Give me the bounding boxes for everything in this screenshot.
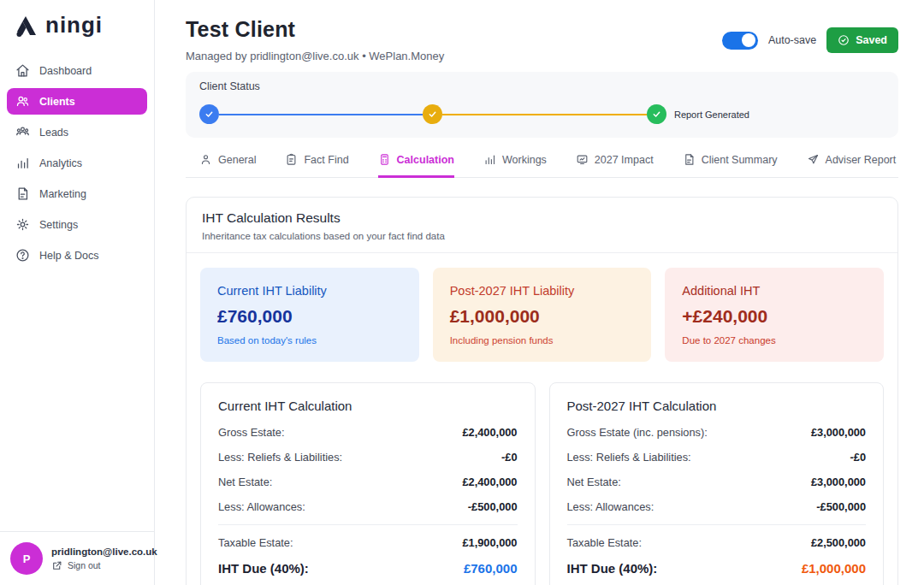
home-icon <box>15 63 30 78</box>
status-final-label: Report Generated <box>674 109 749 120</box>
row-value: £2,400,000 <box>462 426 517 439</box>
row-label: IHT Due (40%): <box>218 561 309 576</box>
people-group-icon <box>15 125 30 139</box>
table-row: Less: Reliefs & Liabilities: -£0 <box>218 445 518 470</box>
autosave-toggle[interactable] <box>722 32 758 50</box>
row-value: £1,000,000 <box>802 561 866 576</box>
table-row-iht-due: IHT Due (40%): £760,000 <box>218 555 518 582</box>
row-label: Net Estate: <box>218 476 272 488</box>
sign-out-button[interactable]: Sign out <box>51 560 157 571</box>
tab-label: General <box>218 154 256 166</box>
row-value: £760,000 <box>464 561 518 576</box>
sidebar-nav: Dashboard Clients Leads Analytics <box>0 52 154 274</box>
client-status-panel: Client Status Report Generated <box>186 72 898 138</box>
tab-label: Adviser Report <box>826 154 897 166</box>
row-label: Less: Reliefs & Liabilities: <box>567 451 691 464</box>
tab-general[interactable]: General <box>199 153 256 178</box>
row-label: Less: Reliefs & Liabilities: <box>218 451 342 464</box>
sidebar-item-label: Analytics <box>39 157 82 169</box>
sidebar-item-dashboard[interactable]: Dashboard <box>7 57 147 84</box>
tab-label: Client Summary <box>702 154 778 166</box>
table-row: Less: Allowances: -£500,000 <box>567 494 867 519</box>
calculator-icon <box>378 153 391 166</box>
app-window: ningi Dashboard Clients Leads <box>0 0 924 585</box>
person-icon <box>199 153 212 166</box>
help-circle-icon <box>15 248 30 263</box>
saved-label: Saved <box>856 34 887 46</box>
stat-card-current-iht: Current IHT Liability £760,000 Based on … <box>200 268 419 362</box>
row-label: Taxable Estate: <box>218 536 293 549</box>
document-icon <box>15 186 30 201</box>
sidebar-item-marketing[interactable]: Marketing <box>7 180 147 207</box>
row-label: Net Estate: <box>567 476 621 488</box>
tab-2027-impact[interactable]: 2027 Impact <box>576 153 654 178</box>
row-value: £2,400,000 <box>462 476 517 488</box>
table-row: Less: Reliefs & Liabilities: -£0 <box>567 445 867 470</box>
row-value: -£500,000 <box>816 500 866 513</box>
row-value: £3,000,000 <box>811 476 866 488</box>
ningi-mark-icon <box>14 15 39 37</box>
row-value: -£500,000 <box>468 500 518 513</box>
tab-adviser-report[interactable]: Adviser Report <box>807 153 897 178</box>
stat-title: Post-2027 IHT Liability <box>450 284 635 298</box>
row-value: £1,900,000 <box>462 536 517 549</box>
tab-client-summary[interactable]: Client Summary <box>683 153 778 178</box>
step-complete-blue <box>199 104 219 124</box>
tab-workings[interactable]: Workings <box>483 153 547 178</box>
page-title: Test Client <box>186 17 444 42</box>
table-row-iht-due: IHT Due (40%): £1,000,000 <box>567 555 867 582</box>
saved-button[interactable]: Saved <box>826 27 898 53</box>
row-value: £3,000,000 <box>811 426 866 439</box>
tab-label: Fact Find <box>304 154 348 166</box>
page-subtitle: Managed by pridlington@live.co.uk • WePl… <box>186 50 444 62</box>
sidebar-item-label: Marketing <box>39 188 86 200</box>
sidebar-item-analytics[interactable]: Analytics <box>7 150 147 176</box>
monitor-chart-icon <box>576 153 589 166</box>
document-icon <box>683 153 696 166</box>
bar-chart-icon <box>483 153 496 166</box>
stat-value: £1,000,000 <box>450 306 635 327</box>
row-label: Gross Estate: <box>218 426 285 439</box>
calc-tables-row: Current IHT Calculation Gross Estate: £2… <box>187 369 897 585</box>
status-progress: Report Generated <box>199 104 749 124</box>
autosave-label: Auto-save <box>768 34 816 46</box>
progress-line-amber <box>442 114 646 115</box>
sidebar-item-leads[interactable]: Leads <box>7 119 147 145</box>
sidebar-item-label: Clients <box>39 96 75 108</box>
iht-results-card: IHT Calculation Results Inheritance tax … <box>186 197 898 585</box>
results-title: IHT Calculation Results <box>202 210 882 226</box>
table-row: Gross Estate: £2,400,000 <box>218 420 518 445</box>
stat-title: Additional IHT <box>682 284 867 298</box>
main-content: Test Client Managed by pridlington@live.… <box>155 0 924 585</box>
current-iht-calc-table: Current IHT Calculation Gross Estate: £2… <box>200 382 536 585</box>
row-divider <box>218 524 518 525</box>
clipboard-icon <box>285 153 298 166</box>
stat-note: Including pension funds <box>450 335 635 346</box>
step-complete-amber <box>423 104 442 124</box>
stat-title: Current IHT Liability <box>217 284 402 298</box>
bar-chart-icon <box>15 156 30 170</box>
row-value: £2,500,000 <box>811 536 866 549</box>
tab-label: 2027 Impact <box>595 154 654 166</box>
client-status-label: Client Status <box>199 80 885 92</box>
user-account-box: P pridlington@live.co.uk Sign out <box>0 531 154 585</box>
table-row: Taxable Estate: £2,500,000 <box>567 530 867 555</box>
gear-icon <box>15 217 30 232</box>
row-label: Gross Estate (inc. pensions): <box>567 426 708 439</box>
tab-fact-find[interactable]: Fact Find <box>285 153 348 178</box>
tab-calculation[interactable]: Calculation <box>378 153 454 178</box>
stat-card-additional-iht: Additional IHT +£240,000 Due to 2027 cha… <box>665 268 884 362</box>
sidebar-item-settings[interactable]: Settings <box>7 211 147 238</box>
progress-line-blue <box>219 114 423 115</box>
send-icon <box>807 153 820 166</box>
table-row: Less: Allowances: -£500,000 <box>218 494 518 519</box>
external-link-icon <box>51 560 62 571</box>
row-value: -£0 <box>501 451 518 464</box>
sidebar-item-label: Dashboard <box>39 65 92 77</box>
table-row: Net Estate: £2,400,000 <box>218 470 518 494</box>
sidebar-item-help-docs[interactable]: Help & Docs <box>7 242 147 269</box>
row-divider <box>567 524 867 525</box>
tab-label: Calculation <box>397 154 454 166</box>
sidebar-item-clients[interactable]: Clients <box>7 88 147 115</box>
table-row: Gross Estate (inc. pensions): £3,000,000 <box>567 420 867 445</box>
